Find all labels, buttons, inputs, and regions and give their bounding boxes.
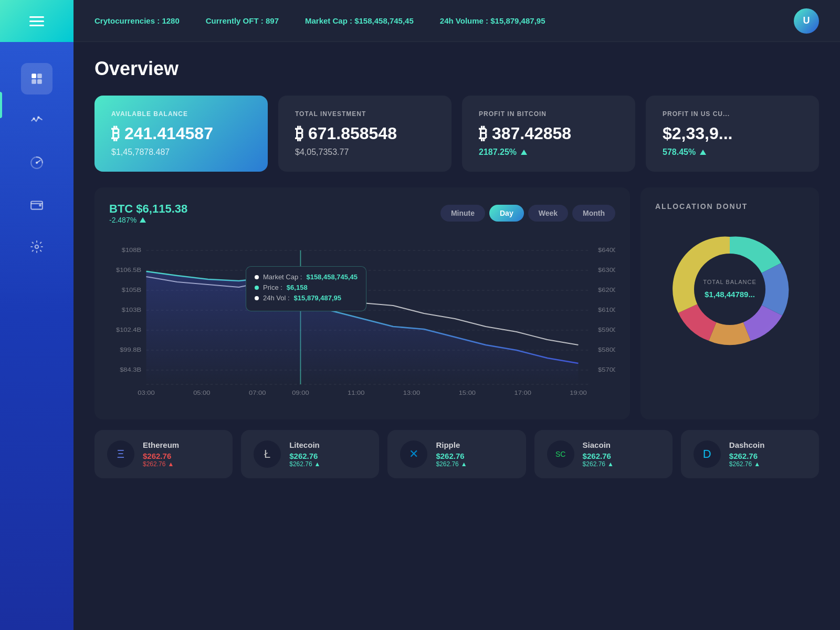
cryptocurrencies-stat: Crytocurrencies : 1280 <box>94 16 180 25</box>
sidebar-item-wallet[interactable] <box>21 189 52 220</box>
sidebar-item-portfolio[interactable] <box>21 147 52 178</box>
currently-oft-stat: Currently OFT : 897 <box>206 16 279 25</box>
card-available-balance-value: ₿ 241.414587 <box>111 124 251 143</box>
siacoin-icon: SC <box>547 440 574 468</box>
svg-text:$1,48,44789...: $1,48,44789... <box>705 290 755 299</box>
svg-text:11:00: 11:00 <box>348 390 365 396</box>
tab-week[interactable]: Week <box>528 205 568 222</box>
settings-icon <box>30 240 44 254</box>
svg-point-9 <box>35 245 39 249</box>
coin-list: Ξ Ethereum $262.76 $262.76 ▲ Ł Litecoin … <box>94 430 819 478</box>
svg-text:$6100: $6100 <box>598 307 615 313</box>
svg-point-46 <box>694 254 765 325</box>
dashcoin-icon: D <box>694 440 721 468</box>
coin-card-siacoin: SC Siacoin $262.76 $262.76 ▲ <box>534 430 673 478</box>
card-total-investment: TOTAL INVESTMENT ₿ 671.858548 $4,05,7353… <box>278 96 452 172</box>
portfolio-icon <box>30 156 44 170</box>
card-profit-bitcoin: PROFIT IN BITCOIN ₿ 387.42858 2187.25% <box>462 96 635 172</box>
litecoin-name: Litecoin <box>289 440 320 449</box>
coin-card-ethereum: Ξ Ethereum $262.76 $262.76 ▲ <box>94 430 233 478</box>
chart-subtitle: -2.487% <box>109 216 187 224</box>
card-profit-usd-label: PROFIT IN US CU... <box>663 110 802 118</box>
coin-card-litecoin: Ł Litecoin $262.76 $262.76 ▲ <box>241 430 379 478</box>
tab-minute[interactable]: Minute <box>440 205 485 222</box>
ripple-icon: ✕ <box>400 440 427 468</box>
user-avatar[interactable]: U <box>794 8 819 34</box>
tooltip-dot-volume <box>255 296 259 300</box>
svg-rect-3 <box>37 79 42 84</box>
card-available-balance: AVAILABLE BALANCE ₿ 241.414587 $1,45,787… <box>94 96 268 172</box>
topbar: Crytocurrencies : 1280 Currently OFT : 8… <box>74 0 840 42</box>
svg-text:$5800: $5800 <box>598 346 615 353</box>
svg-text:$106.5B: $106.5B <box>116 267 141 274</box>
chart-svg-wrap: Market Cap : $158,458,745,45 Price : $6,… <box>109 235 615 405</box>
svg-text:17:00: 17:00 <box>514 390 531 396</box>
page-title: Overview <box>94 58 819 80</box>
profit-bitcoin-arrow <box>521 150 527 155</box>
svg-rect-8 <box>39 204 41 206</box>
card-total-investment-label: TOTAL INVESTMENT <box>295 110 435 118</box>
sidebar-item-analytics[interactable] <box>21 105 52 136</box>
card-total-investment-sub: $4,05,7353.77 <box>295 148 435 157</box>
sidebar <box>0 0 74 630</box>
card-total-investment-value: ₿ 671.858548 <box>295 124 435 143</box>
chart-change-arrow <box>140 217 146 223</box>
tab-month[interactable]: Month <box>572 205 615 222</box>
summary-cards: AVAILABLE BALANCE ₿ 241.414587 $1,45,787… <box>94 96 819 172</box>
tooltip-volume: 24h Vol : $15,879,487,95 <box>255 294 358 302</box>
svg-text:$6200: $6200 <box>598 287 615 293</box>
siacoin-name: Siacoin <box>583 440 614 449</box>
sidebar-hamburger[interactable] <box>0 0 74 42</box>
ethereum-icon: Ξ <box>107 440 134 468</box>
svg-text:$6400: $6400 <box>598 247 615 254</box>
sidebar-nav <box>0 63 74 262</box>
ripple-change: $262.76 ▲ <box>436 460 467 468</box>
svg-text:$102.4B: $102.4B <box>116 327 141 333</box>
analytics-icon <box>30 114 44 128</box>
svg-text:13:00: 13:00 <box>403 390 421 396</box>
svg-text:15:00: 15:00 <box>459 390 476 396</box>
chart-tabs: Minute Day Week Month <box>440 205 615 222</box>
page-content: Overview AVAILABLE BALANCE ₿ 241.414587 … <box>74 42 840 494</box>
sidebar-active-bar <box>0 92 2 118</box>
ripple-name: Ripple <box>436 440 467 449</box>
svg-text:$5700: $5700 <box>598 366 615 373</box>
svg-rect-0 <box>32 74 36 78</box>
litecoin-info: Litecoin $262.76 $262.76 ▲ <box>289 440 320 468</box>
chart-title: BTC $6,115.38 <box>109 202 187 216</box>
svg-rect-1 <box>37 74 42 78</box>
card-profit-bitcoin-value: ₿ 387.42858 <box>479 124 618 143</box>
dashcoin-change: $262.76 ▲ <box>729 460 765 468</box>
litecoin-price: $262.76 <box>289 452 320 460</box>
sidebar-item-dashboard[interactable] <box>21 63 52 94</box>
chart-svg: $108B $106.5B $105B $103B $102.4B $99.8B… <box>109 235 615 403</box>
ripple-info: Ripple $262.76 $262.76 ▲ <box>436 440 467 468</box>
donut-title: ALLOCATION DONUT <box>655 202 748 211</box>
hamburger-icon <box>29 16 44 26</box>
dashcoin-name: Dashcoin <box>729 440 765 449</box>
svg-text:$103B: $103B <box>122 307 141 313</box>
tooltip-dot-price <box>255 286 259 290</box>
litecoin-change: $262.76 ▲ <box>289 460 320 468</box>
dashboard-icon <box>30 72 44 86</box>
donut-chart: TOTAL BALANCE $1,48,44789... <box>662 221 798 358</box>
svg-rect-2 <box>32 79 36 84</box>
svg-text:$5900: $5900 <box>598 327 615 333</box>
card-profit-bitcoin-label: PROFIT IN BITCOIN <box>479 110 618 118</box>
tab-day[interactable]: Day <box>489 205 524 222</box>
ethereum-price: $262.76 <box>143 452 179 460</box>
tooltip-dot-market-cap <box>255 275 259 279</box>
dashcoin-info: Dashcoin $262.76 $262.76 ▲ <box>729 440 765 468</box>
sidebar-item-settings[interactable] <box>21 231 52 262</box>
ethereum-change: $262.76 ▲ <box>143 460 179 468</box>
svg-text:$6300: $6300 <box>598 267 615 274</box>
card-profit-usd-change: 578.45% <box>663 148 802 157</box>
coin-card-dashcoin: D Dashcoin $262.76 $262.76 ▲ <box>681 430 819 478</box>
svg-point-6 <box>36 162 38 164</box>
chart-title-area: BTC $6,115.38 -2.487% <box>109 202 187 224</box>
svg-point-5 <box>37 116 39 118</box>
svg-text:$108B: $108B <box>122 247 141 254</box>
card-available-balance-label: AVAILABLE BALANCE <box>111 110 251 118</box>
siacoin-change: $262.76 ▲ <box>583 460 614 468</box>
svg-text:$105B: $105B <box>122 287 141 293</box>
